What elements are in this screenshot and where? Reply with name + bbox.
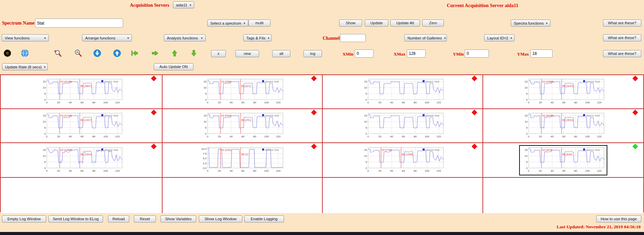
reset-button[interactable]: Reset [134,215,156,223]
status-diamond [633,144,638,149]
svg-text:100: 100 [585,135,590,138]
gallery-cell[interactable]: 02040608010012005101522 (1718)56 (1447)a… [1,109,163,143]
show-variables-button[interactable]: Show Variables [160,215,196,223]
spectrum-name-input[interactable] [35,19,123,28]
arrange-functions-dropdown[interactable]: Arrange functions [82,34,132,41]
status-diamond [633,110,638,115]
update-button[interactable]: Update [365,20,388,27]
svg-text:10: 10 [204,120,207,123]
what-are-these-button-1[interactable]: What are these? [603,20,641,27]
acquisition-server-select[interactable]: aida11 [173,1,194,8]
analysis-functions-label: Analysis functions [167,36,198,40]
log-button[interactable]: log [303,50,322,57]
gallery-cell[interactable]: 02040608010012005101522 (2956)56 (3243)a… [483,75,643,109]
gallery-cell[interactable]: 020406080100120051015aida08 Stat [323,109,483,143]
reload-button[interactable]: Reload [108,215,129,223]
ymin-input[interactable] [465,49,489,58]
svg-text:5: 5 [44,92,46,95]
spectrum-chart[interactable]: 0204060801001200.02.55.07.510.022 (244)5… [199,146,286,175]
gallery-cell[interactable]: 020406080100120051015aida07 Stat [323,75,483,109]
spectrum-chart[interactable]: 02040608010012005101522 (2045)56 (3541)a… [520,111,607,140]
new-button[interactable]: new [236,50,259,57]
acquisition-server-value: aida11 [176,3,187,7]
update-all-button[interactable]: Update All [390,20,420,27]
show-button[interactable]: Show [339,20,362,27]
show-log-window-button[interactable]: Show Log Window [199,215,242,223]
svg-text:0: 0 [207,101,209,104]
svg-text:22 (2045): 22 (2045) [542,114,554,117]
globe-icon[interactable] [21,49,29,57]
x-button[interactable]: x [211,50,226,57]
gallery-cell[interactable]: 02040608010012005101522 (1353)56 (1504)a… [1,143,163,178]
help-button[interactable]: How to use this page [596,215,641,223]
svg-text:0: 0 [367,101,369,104]
view-functions-dropdown[interactable]: View functions [2,34,49,41]
svg-text:0: 0 [46,101,47,104]
xmin-input[interactable] [355,49,373,58]
what-are-these-button-3[interactable]: What are these? [603,50,641,57]
gallery-cell[interactable]: 02040608010012005101522 (2045)56 (3541)a… [483,109,643,143]
empty-log-window-button[interactable]: Empty Log Window [2,215,46,223]
zoom-in-icon[interactable] [53,49,62,57]
auto-update-button[interactable]: Auto Update ON [154,63,193,70]
svg-text:0: 0 [205,98,207,101]
svg-text:120: 120 [436,135,441,138]
gallery-cell[interactable]: 0204060801001200.02.55.07.510.022 (244)5… [163,143,323,178]
spectrum-chart[interactable]: 02040608010012005101522 (356)56 (321)aid… [199,77,286,106]
zero-button[interactable]: Zero [422,20,444,27]
green-right-arrow-icon[interactable] [151,49,159,57]
number-of-galleries-dropdown[interactable]: Number of Galleries [404,34,447,41]
gallery-cell[interactable]: 02040608010012005101522 (432)56 (291)aid… [163,109,323,143]
spectrum-chart[interactable]: 02040608010012005101522 (473)56 (626)aid… [520,146,607,175]
spectrum-chart[interactable]: 02040608010012005101522 (2956)56 (3243)a… [520,77,607,106]
spectrum-chart[interactable]: 02040608010012005101522 (776)56 (1956)ai… [359,146,446,175]
svg-text:56 (321): 56 (321) [241,85,251,88]
circle-up-arrow-icon[interactable] [113,49,121,57]
layout-id-dropdown[interactable]: Layout ID=2 [484,34,514,41]
green-left-arrow-icon[interactable] [131,49,139,57]
svg-text:100: 100 [425,135,429,138]
send-log-to-elog-button[interactable]: Send Log Window to ELog [48,215,103,223]
spectrum-chart[interactable]: 02040608010012005101522 (432)56 (291)aid… [199,111,286,140]
spectra-functions-dropdown[interactable]: Spectra functions [511,20,550,27]
svg-text:5: 5 [526,126,528,129]
enable-logging-button[interactable]: Enable Logging [244,215,284,223]
gallery-cell[interactable]: 02040608010012005101522 (776)56 (1956)ai… [323,143,483,178]
gallery-cell [1,178,163,213]
gallery-cell[interactable]: 02040608010012005101522 (356)56 (321)aid… [163,75,323,109]
circle-down-arrow-icon[interactable] [93,49,101,57]
gallery-cell[interactable]: 02040608010012005101522 (4128)56 (3807)a… [1,75,163,109]
spectrum-chart[interactable]: 02040608010012005101522 (1353)56 (1504)a… [38,146,125,175]
status-diamond [633,76,638,81]
radiation-icon[interactable] [3,49,11,57]
green-up-arrow-icon[interactable] [171,49,179,57]
tags-fits-dropdown[interactable]: Tags & Fits [243,34,272,41]
spectrum-chart[interactable]: 02040608010012005101522 (4128)56 (3807)a… [38,77,125,106]
xmax-input[interactable] [407,49,426,58]
svg-text:60: 60 [242,101,245,104]
spectrum-chart[interactable]: 020406080100120051015aida07 Stat [359,77,446,106]
update-rate-dropdown[interactable]: Update Rate (8 secs) [2,63,48,70]
analysis-functions-dropdown[interactable]: Analysis functions [164,34,206,41]
svg-text:60: 60 [80,101,83,104]
what-are-these-button-2[interactable]: What are these? [603,34,641,41]
svg-text:0: 0 [205,132,207,135]
spectrum-chart[interactable]: 02040608010012005101522 (1718)56 (1447)a… [38,111,125,140]
gallery-cell[interactable]: 02040608010012005101522 (473)56 (626)aid… [483,143,643,178]
green-down-arrow-icon[interactable] [190,49,198,57]
status-diamond [151,76,157,81]
svg-text:100: 100 [264,101,269,104]
svg-text:80: 80 [414,101,417,104]
select-spectrum-dropdown[interactable]: Select a spectrum [207,20,248,27]
zoom-out-icon[interactable] [74,49,82,57]
channel-input[interactable] [340,34,366,42]
all-button[interactable]: all [272,50,290,57]
multi-button[interactable]: multi [248,20,271,27]
svg-text:60: 60 [563,101,566,104]
channel-label: Channel: [323,36,341,41]
ymax-label: YMax [517,52,529,57]
ymax-input[interactable] [530,49,552,58]
spectrum-chart[interactable]: 020406080100120051015aida08 Stat [359,111,446,140]
svg-text:15: 15 [364,80,367,83]
svg-text:0: 0 [528,135,530,138]
